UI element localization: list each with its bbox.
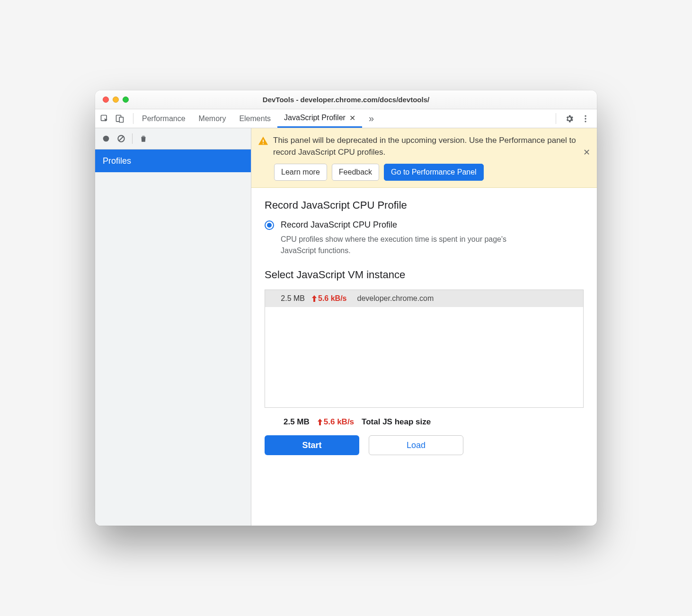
fullscreen-window-icon[interactable] xyxy=(123,97,129,103)
main-panel: This panel will be deprecated in the upc… xyxy=(251,128,597,526)
sidebar-item-profiles[interactable]: Profiles xyxy=(95,150,251,172)
learn-more-button[interactable]: Learn more xyxy=(274,164,327,181)
divider xyxy=(133,113,133,124)
banner-text: This panel will be deprecated in the upc… xyxy=(273,135,588,158)
traffic-lights xyxy=(95,97,129,103)
vm-instance-list: 2.5 MB 5.6 kB/s developer.chrome.com xyxy=(265,290,584,408)
divider xyxy=(556,113,556,124)
svg-line-8 xyxy=(119,136,124,141)
svg-point-3 xyxy=(585,115,586,116)
goto-performance-button[interactable]: Go to Performance Panel xyxy=(384,164,484,181)
total-heap-label: Total JS heap size xyxy=(362,417,431,427)
tabstrip: Performance Memory Elements JavaScript P… xyxy=(95,109,597,128)
radio-description: CPU profiles show where the execution ti… xyxy=(281,234,536,256)
device-toggle-icon[interactable] xyxy=(115,114,124,123)
divider xyxy=(132,133,133,144)
radio-icon xyxy=(265,220,274,230)
tab-label: JavaScript Profiler xyxy=(284,114,346,122)
titlebar: DevTools - developer.chrome.com/docs/dev… xyxy=(95,90,597,109)
delete-icon[interactable] xyxy=(138,133,149,144)
tab-memory[interactable]: Memory xyxy=(192,109,233,128)
clear-icon[interactable] xyxy=(116,133,126,144)
total-heap-rate: 5.6 kB/s xyxy=(317,417,354,427)
svg-rect-10 xyxy=(263,143,264,144)
heap-totals: 2.5 MB 5.6 kB/s Total JS heap size xyxy=(284,417,584,427)
minimize-window-icon[interactable] xyxy=(113,97,119,103)
arrow-up-icon xyxy=(311,295,317,302)
record-heading: Record JavaScript CPU Profile xyxy=(265,199,584,211)
start-button[interactable]: Start xyxy=(265,435,359,455)
load-button[interactable]: Load xyxy=(369,435,463,455)
record-icon[interactable] xyxy=(101,133,111,144)
svg-point-5 xyxy=(585,121,586,122)
settings-gear-icon[interactable] xyxy=(565,114,574,123)
profiler-content: Record JavaScript CPU Profile Record Jav… xyxy=(251,188,597,526)
close-window-icon[interactable] xyxy=(103,97,109,103)
feedback-button[interactable]: Feedback xyxy=(332,164,379,181)
total-heap-size: 2.5 MB xyxy=(284,417,310,427)
inspect-element-icon[interactable] xyxy=(100,114,109,123)
sidebar: Profiles xyxy=(95,128,251,526)
svg-point-4 xyxy=(585,118,586,119)
more-tabs-icon[interactable]: » xyxy=(362,109,381,128)
banner-close-icon[interactable]: ✕ xyxy=(583,147,590,158)
warning-icon xyxy=(258,136,268,146)
svg-point-6 xyxy=(103,136,109,142)
tab-elements[interactable]: Elements xyxy=(232,109,277,128)
devtools-window: DevTools - developer.chrome.com/docs/dev… xyxy=(95,90,597,526)
vm-heading: Select JavaScript VM instance xyxy=(265,269,584,281)
close-tab-icon[interactable]: ✕ xyxy=(349,114,355,123)
record-profile-radio[interactable]: Record JavaScript CPU Profile xyxy=(265,220,584,230)
svg-rect-2 xyxy=(119,117,123,122)
svg-rect-9 xyxy=(263,140,264,142)
arrow-up-icon xyxy=(317,419,323,425)
vm-instance-row[interactable]: 2.5 MB 5.6 kB/s developer.chrome.com xyxy=(265,290,583,307)
vm-host: developer.chrome.com xyxy=(357,294,434,303)
vm-heap-size: 2.5 MB xyxy=(272,294,305,303)
kebab-menu-icon[interactable] xyxy=(581,114,590,123)
vm-heap-rate: 5.6 kB/s xyxy=(311,294,346,303)
window-title: DevTools - developer.chrome.com/docs/dev… xyxy=(95,96,597,104)
radio-label: Record JavaScript CPU Profile xyxy=(281,220,397,230)
deprecation-banner: This panel will be deprecated in the upc… xyxy=(251,128,597,188)
tab-performance[interactable]: Performance xyxy=(135,109,192,128)
tab-javascript-profiler[interactable]: JavaScript Profiler ✕ xyxy=(277,109,362,128)
profile-toolbar xyxy=(95,128,251,150)
